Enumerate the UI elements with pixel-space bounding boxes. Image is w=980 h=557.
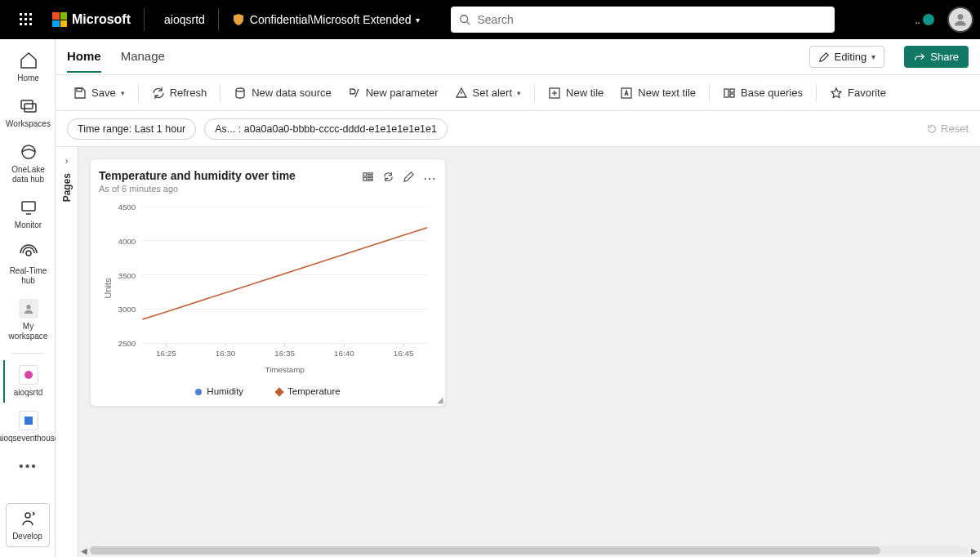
reset-label: Reset	[941, 123, 969, 135]
microsoft-logo[interactable]: Microsoft	[52, 8, 145, 31]
svg-point-21	[236, 88, 244, 91]
nav-my-workspace[interactable]: My workspace	[3, 294, 52, 346]
tile-refresh-button[interactable]	[382, 171, 394, 186]
new-text-tile-button[interactable]: New text tile	[613, 82, 702, 105]
pencil-icon	[818, 51, 830, 63]
editing-mode-dropdown[interactable]: Editing ▾	[809, 46, 885, 68]
refresh-button[interactable]: Refresh	[145, 82, 214, 105]
nav-my-workspace-label: My workspace	[7, 322, 51, 341]
nav-separator	[11, 353, 44, 354]
nav-more[interactable]: •••	[3, 452, 52, 481]
new-tile-button[interactable]: New tile	[541, 82, 610, 105]
svg-line-10	[467, 22, 470, 25]
svg-rect-0	[20, 13, 22, 16]
svg-text:16:30: 16:30	[216, 349, 236, 358]
chevron-right-icon[interactable]: ›	[65, 155, 69, 167]
canvas-body[interactable]: Temperature and humidity over time As of…	[78, 147, 980, 557]
tile-data-grid-button[interactable]	[362, 171, 374, 186]
chart-area: Units 2500300035004000450016:2516:3016:3…	[99, 198, 437, 378]
nav-item-aioqsrtd-label: aioqsrtd	[14, 388, 43, 398]
legend-humidity: Humidity	[195, 386, 243, 396]
favorite-button[interactable]: Favorite	[823, 82, 893, 105]
nav-item-aioqsrtd[interactable]: aioqsrtd	[3, 360, 52, 403]
tile-title: Temperature and humidity over time	[99, 169, 296, 182]
svg-text:Timestamp: Timestamp	[265, 365, 305, 374]
nav-monitor-label: Monitor	[15, 221, 42, 230]
nav-home[interactable]: Home	[3, 46, 52, 88]
scroll-thumb[interactable]	[90, 546, 880, 555]
eventhouse-item-icon	[19, 411, 38, 430]
text-tile-icon	[620, 87, 633, 100]
reset-button[interactable]: Reset	[926, 123, 969, 135]
nav-realtime-label: Real-Time hub	[7, 266, 51, 286]
svg-point-19	[25, 513, 30, 518]
chevron-down-icon: ▾	[416, 16, 420, 25]
scroll-left-arrow[interactable]: ◀	[78, 546, 90, 555]
svg-text:16:40: 16:40	[334, 349, 354, 358]
chart-tile[interactable]: Temperature and humidity over time As of…	[90, 158, 446, 407]
waffle-icon	[20, 13, 33, 26]
tile-subtitle: As of 6 minutes ago	[99, 184, 296, 194]
app-launcher-button[interactable]	[7, 0, 46, 39]
nav-workspaces-label: Workspaces	[6, 119, 51, 129]
set-alert-label: Set alert	[473, 87, 512, 99]
share-button[interactable]: Share	[904, 46, 969, 68]
nav-monitor[interactable]: Monitor	[3, 193, 52, 235]
save-button[interactable]: Save ▾	[67, 82, 131, 105]
nav-realtime[interactable]: Real-Time hub	[3, 238, 52, 291]
pages-rail[interactable]: › Pages	[56, 147, 78, 557]
new-parameter-button[interactable]: New parameter	[341, 82, 445, 105]
tile-more-button[interactable]: ⋯	[423, 171, 437, 186]
nav-onelake[interactable]: OneLake data hub	[3, 137, 52, 189]
new-text-tile-label: New text tile	[638, 87, 696, 99]
svg-rect-5	[29, 18, 32, 20]
svg-text:2500: 2500	[118, 339, 136, 348]
set-alert-button[interactable]: Set alert ▾	[448, 82, 528, 105]
time-range-pill[interactable]: Time range: Last 1 hour	[67, 118, 196, 140]
line-chart: 2500300035004000450016:2516:3016:3516:40…	[99, 198, 437, 376]
nav-home-label: Home	[17, 74, 39, 83]
nav-onelake-label: OneLake data hub	[7, 165, 51, 185]
nav-workspaces[interactable]: Workspaces	[3, 91, 52, 134]
realtime-icon	[19, 243, 38, 263]
home-icon	[19, 51, 38, 70]
svg-rect-33	[368, 176, 373, 178]
parameter-pill[interactable]: As... : a0a0a0a0-bbbb-cccc-dddd-e1e1e1e1…	[204, 118, 448, 140]
svg-rect-12	[21, 100, 33, 109]
nav-develop-label: Develop	[12, 532, 42, 541]
workspaces-icon	[19, 96, 38, 116]
search-input[interactable]	[477, 13, 826, 26]
sensitivity-dropdown[interactable]: Confidential\Microsoft Extended ▾	[225, 13, 427, 26]
refresh-icon	[152, 87, 165, 100]
tenant-name[interactable]: aioqsrtd	[151, 8, 219, 31]
tab-manage[interactable]: Manage	[121, 41, 165, 73]
refresh-label: Refresh	[170, 87, 207, 99]
scroll-right-arrow[interactable]: ▶	[969, 546, 980, 555]
editing-label: Editing	[835, 51, 867, 63]
nav-develop[interactable]: Develop	[6, 503, 50, 547]
tile-edit-button[interactable]	[403, 171, 415, 186]
search-container	[433, 7, 908, 33]
account-button[interactable]	[947, 7, 973, 33]
new-data-source-button[interactable]: New data source	[227, 82, 338, 105]
alert-icon	[455, 87, 468, 100]
svg-rect-6	[20, 23, 22, 25]
svg-text:16:35: 16:35	[274, 349, 295, 358]
presence-status-icon	[923, 14, 934, 25]
search-box[interactable]	[451, 7, 835, 33]
tabs-row: Home Manage Editing ▾ Share	[56, 39, 980, 75]
horizontal-scrollbar[interactable]: ◀ ▶	[78, 544, 980, 557]
database-icon	[234, 87, 247, 100]
svg-rect-13	[24, 104, 36, 112]
nav-item-eventhouse[interactable]: aioqseventhouse	[3, 406, 52, 448]
chart-legend: Humidity Temperature	[99, 378, 437, 399]
svg-rect-34	[368, 179, 373, 180]
chevron-down-icon: ▾	[517, 89, 521, 97]
svg-text:16:45: 16:45	[394, 349, 414, 358]
more-icon: •••	[19, 457, 38, 476]
tab-home[interactable]: Home	[67, 41, 101, 73]
base-queries-label: Base queries	[741, 87, 803, 99]
scroll-track[interactable]	[90, 546, 969, 555]
resize-handle[interactable]: ◢	[437, 395, 443, 404]
base-queries-button[interactable]: Base queries	[716, 82, 809, 105]
